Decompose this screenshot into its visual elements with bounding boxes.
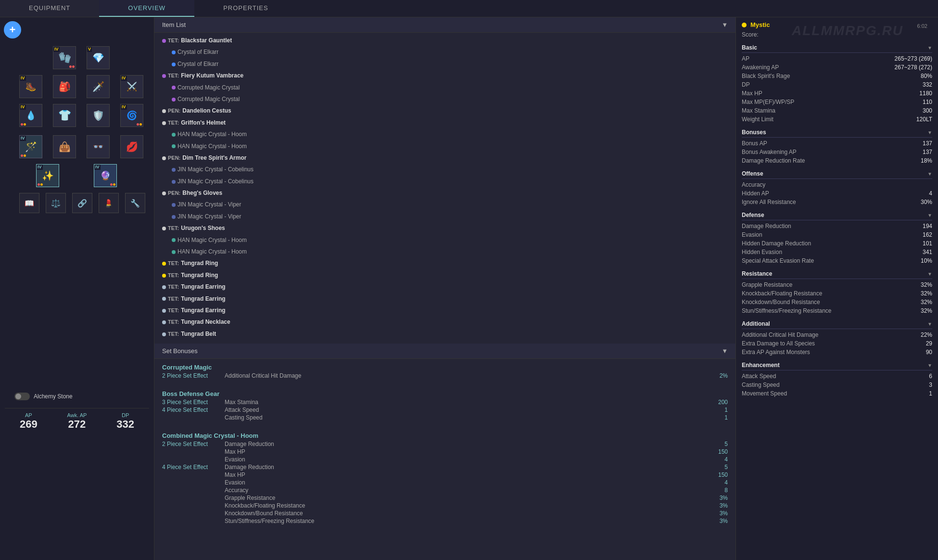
add-button[interactable]: + bbox=[4, 21, 21, 38]
stat-row: Damage Reduction Rate18% bbox=[742, 156, 932, 165]
list-item[interactable]: Corrupted Magic Crystal bbox=[158, 93, 732, 105]
stat-label: Grapple Resistance bbox=[742, 281, 792, 288]
set-effect-desc: Damage Reduction bbox=[225, 464, 709, 471]
section-resistance[interactable]: Resistance ▼ bbox=[742, 268, 932, 279]
section-additional[interactable]: Additional ▼ bbox=[742, 318, 932, 329]
equip-slot-3[interactable]: IV 🥾 bbox=[19, 75, 42, 98]
list-item[interactable]: TET:Urugon's Shoes bbox=[158, 222, 732, 234]
stat-row: Casting Speed3 bbox=[742, 381, 932, 389]
section-enhancement-collapse[interactable]: ▼ bbox=[927, 363, 932, 368]
list-item[interactable]: TET:Fiery Kutum Vambrace bbox=[158, 70, 732, 81]
stat-label: Extra AP Against Monsters bbox=[742, 349, 810, 356]
list-item[interactable]: PEN:Dandelion Cestus bbox=[158, 105, 732, 116]
list-item[interactable]: HAN Magic Crystal - Hoom bbox=[158, 246, 732, 257]
stat-row: Damage Reduction194 bbox=[742, 222, 932, 230]
list-item[interactable]: TET:Tungrad Earring bbox=[158, 293, 732, 305]
equip-slot-20[interactable]: 💄 bbox=[99, 193, 119, 213]
stat-label: Evasion bbox=[742, 231, 762, 238]
equip-slot-21[interactable]: 🔧 bbox=[125, 193, 145, 213]
section-basic[interactable]: Basic ▼ bbox=[742, 42, 932, 53]
list-item[interactable]: Corrupted Magic Crystal bbox=[158, 82, 732, 93]
set-effect-row: Stun/Stiffness/Freezing Resistance3% bbox=[158, 517, 732, 525]
list-item[interactable]: TET:Tungrad Belt bbox=[158, 328, 732, 340]
list-item[interactable]: TET:Tungrad Necklace bbox=[158, 316, 732, 328]
equip-slot-14[interactable]: 💋 bbox=[120, 135, 143, 158]
section-offense-collapse[interactable]: ▼ bbox=[927, 171, 932, 177]
list-item[interactable]: JIN Magic Crystal - Cobelinus bbox=[158, 176, 732, 187]
list-item[interactable]: TET:Tungrad Ring bbox=[158, 257, 732, 269]
list-item[interactable]: PEN:Bheg's Gloves bbox=[158, 187, 732, 199]
equip-slot-17[interactable]: 📖 bbox=[19, 193, 39, 213]
section-enhancement[interactable]: Enhancement ▼ bbox=[742, 359, 932, 370]
stat-row: Additional Critical Hit Damage22% bbox=[742, 331, 932, 339]
section-defense[interactable]: Defense ▼ bbox=[742, 209, 932, 220]
list-item[interactable]: TET:Tungrad Ring bbox=[158, 269, 732, 281]
stat-value: 32% bbox=[921, 281, 932, 288]
equip-slot-16[interactable]: IV 🔮 bbox=[94, 164, 117, 187]
item-list-collapse[interactable]: ▼ bbox=[722, 21, 728, 28]
section-additional-collapse[interactable]: ▼ bbox=[927, 321, 932, 327]
equip-slot-12[interactable]: 👜 bbox=[53, 135, 76, 158]
stat-value: 137 bbox=[923, 149, 932, 155]
set-effect-desc: Max HP bbox=[225, 471, 709, 478]
equip-slot-11[interactable]: IV 🪄 bbox=[19, 135, 42, 158]
list-item[interactable]: HAN Magic Crystal - Hoom bbox=[158, 234, 732, 246]
set-piece-label: 4 Piece Set Effect bbox=[162, 464, 225, 471]
stat-value: 265~273 (269) bbox=[895, 55, 932, 62]
equip-slot-1[interactable]: IV 🧤 bbox=[53, 46, 76, 69]
equip-slot-7[interactable]: IV 💧 bbox=[19, 104, 42, 127]
list-item[interactable]: HAN Magic Crystal - Hoom bbox=[158, 140, 732, 152]
section-offense[interactable]: Offense ▼ bbox=[742, 168, 932, 179]
awk-ap-block: Awk. AP 272 bbox=[67, 412, 87, 431]
section-bonuses-collapse[interactable]: ▼ bbox=[927, 130, 932, 135]
stat-value: 30% bbox=[921, 199, 932, 205]
equip-slot-13[interactable]: 👓 bbox=[87, 135, 110, 158]
list-item[interactable]: TET:Blackstar Gauntlet bbox=[158, 35, 732, 46]
equip-slot-18[interactable]: ⚖️ bbox=[46, 193, 66, 213]
stat-label: Hidden Evasion bbox=[742, 249, 782, 255]
list-item[interactable]: TET:Tungrad Earring bbox=[158, 281, 732, 293]
alchemy-toggle[interactable] bbox=[14, 393, 30, 400]
stat-value: 18% bbox=[921, 157, 932, 164]
stat-row: Special Attack Evasion Rate10% bbox=[742, 256, 932, 265]
equip-slot-4[interactable]: 🎒 bbox=[53, 75, 76, 98]
ap-label: AP bbox=[20, 412, 38, 418]
stat-value: 4 bbox=[929, 190, 932, 197]
equip-slot-6[interactable]: IV ⚔️ bbox=[120, 75, 143, 98]
list-item[interactable]: HAN Magic Crystal - Hoom bbox=[158, 128, 732, 140]
list-item[interactable]: TET:Tungrad Earring bbox=[158, 305, 732, 316]
section-bonuses[interactable]: Bonuses ▼ bbox=[742, 127, 932, 138]
list-item[interactable]: Crystal of Elkarr bbox=[158, 58, 732, 70]
section-basic-collapse[interactable]: ▼ bbox=[927, 45, 932, 51]
stat-label: Hidden AP bbox=[742, 190, 769, 197]
tab-equipment[interactable]: EQUIPMENT bbox=[0, 0, 99, 17]
equip-slot-10[interactable]: IV 🌀 bbox=[120, 104, 143, 127]
list-item[interactable]: PEN:Dim Tree Spirit's Armor bbox=[158, 152, 732, 164]
set-effect-row: Max HP150 bbox=[158, 471, 732, 479]
set-effect-desc: Max Stamina bbox=[225, 399, 709, 406]
list-item[interactable]: Crystal of Elkarr bbox=[158, 46, 732, 58]
list-item[interactable]: TET:Griffon's Helmet bbox=[158, 117, 732, 128]
section-resistance-collapse[interactable]: ▼ bbox=[927, 271, 932, 277]
equip-slot-15[interactable]: IV ✨ bbox=[36, 164, 59, 187]
list-item[interactable]: JIN Magic Crystal - Viper bbox=[158, 211, 732, 222]
stat-row: Max HP1180 bbox=[742, 89, 932, 98]
offense-stats-rows: AccuracyHidden AP4Ignore All Resistance3… bbox=[742, 180, 932, 206]
equip-slot-8[interactable]: 👕 bbox=[53, 104, 76, 127]
set-effect-row: 2 Piece Set EffectDamage Reduction5 bbox=[158, 440, 732, 448]
set-bonuses-collapse[interactable]: ▼ bbox=[722, 347, 728, 355]
section-defense-collapse[interactable]: ▼ bbox=[927, 213, 932, 218]
equip-slot-9[interactable]: 🛡️ bbox=[87, 104, 110, 127]
item-list: TET:Blackstar GauntletCrystal of ElkarrC… bbox=[154, 33, 735, 342]
list-item[interactable]: JIN Magic Crystal - Cobelinus bbox=[158, 164, 732, 175]
set-piece-label: 2 Piece Set Effect bbox=[162, 372, 225, 379]
set-effect-desc: Grapple Resistance bbox=[225, 495, 709, 501]
set-effect-row: 4 Piece Set EffectAttack Speed1 bbox=[158, 406, 732, 414]
tab-overview[interactable]: OVERVIEW bbox=[99, 0, 194, 17]
list-item[interactable]: JIN Magic Crystal - Viper bbox=[158, 199, 732, 210]
stat-value: 22% bbox=[921, 331, 932, 338]
equip-slot-19[interactable]: 🔗 bbox=[72, 193, 92, 213]
equip-slot-2[interactable]: V 💎 bbox=[87, 46, 110, 69]
tab-properties[interactable]: PROPERTIES bbox=[194, 0, 297, 17]
equip-slot-5[interactable]: 🗡️ bbox=[87, 75, 110, 98]
